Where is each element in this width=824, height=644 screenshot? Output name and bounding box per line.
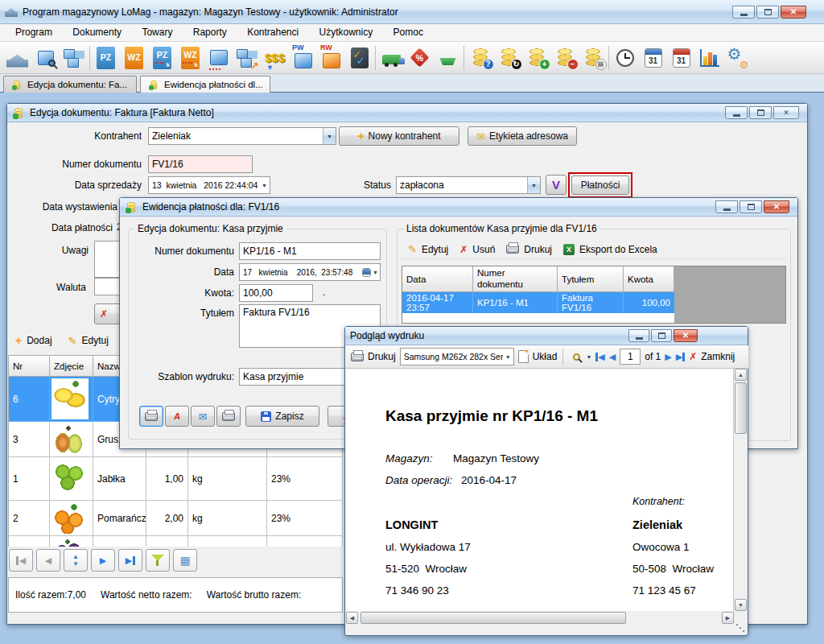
data-sprzedazy-picker[interactable]: 13 kwietnia 2016 22:44:04▼	[148, 176, 270, 194]
resize-grip[interactable]	[735, 622, 746, 634]
pz-correction-icon[interactable]: PZk	[148, 43, 176, 72]
prices-icon[interactable]: $$$	[261, 43, 289, 72]
inventory-icon[interactable]	[345, 43, 373, 72]
payments-remove-icon[interactable]: −	[550, 43, 579, 72]
payments-add-icon[interactable]: +	[522, 43, 550, 72]
warehouse-icon[interactable]	[3, 43, 31, 72]
discounts-icon[interactable]: %	[406, 43, 434, 72]
v-button[interactable]: V	[546, 175, 566, 195]
uklad-button[interactable]: Układ	[533, 351, 558, 362]
payments-query-icon[interactable]: ?	[466, 43, 494, 72]
payments-refresh-icon[interactable]: ↻	[494, 43, 522, 72]
list-edytuj-button[interactable]: Edytuj	[422, 244, 448, 255]
menu-raporty[interactable]: Raporty	[184, 24, 236, 40]
goods-shift-icon[interactable]: ↗	[233, 43, 261, 72]
last-page-button[interactable]: ▶	[676, 352, 685, 362]
menu-pomoc[interactable]: Pomoc	[385, 24, 432, 40]
tab-ewidencja-platnosci[interactable]: Ewidencja płatności dl...	[140, 76, 270, 93]
scroll-up-button[interactable]: ▲	[735, 369, 747, 381]
tab-edycja-dokumentu[interactable]: Edycja dokumentu: Fa...	[3, 76, 137, 93]
minimize-button[interactable]	[732, 6, 755, 19]
status-combobox[interactable]: zapłacona▼	[396, 176, 541, 194]
history-clock-icon[interactable]	[611, 43, 639, 72]
col-kwota[interactable]: Kwota	[624, 266, 674, 292]
doc-minimize-button[interactable]	[725, 106, 748, 119]
nowy-kontrahent-button[interactable]: +Nowy kontrahent	[339, 126, 459, 146]
list-usun-button[interactable]: Usuń	[472, 244, 495, 255]
vscroll-thumb[interactable]	[735, 382, 747, 434]
col-tytulem[interactable]: Tytułem	[558, 266, 624, 292]
hscroll-thumb[interactable]	[360, 612, 626, 624]
search-goods-icon[interactable]	[31, 43, 60, 72]
preview-vscrollbar[interactable]: ▲ ▼	[734, 369, 748, 611]
rw-issue-icon[interactable]: RW	[317, 43, 345, 72]
table-row[interactable]: 2 Pomarańcze 2,00 kg 23%	[9, 501, 343, 536]
next-page-button[interactable]: ▶	[665, 352, 671, 362]
chevron-down-icon[interactable]: ▼	[259, 183, 270, 188]
menu-program[interactable]: Program	[6, 24, 61, 40]
close-button[interactable]: ✕	[781, 6, 806, 19]
etykieta-adresowa-button[interactable]: ✉Etykieta adresowa	[468, 126, 577, 146]
menu-kontrahenci[interactable]: Kontrahenci	[238, 24, 307, 40]
payment-row[interactable]: 2016-04-17 23:57 KP1/16 - M1 Faktura FV1…	[402, 292, 674, 313]
payment-minimize-button[interactable]	[715, 200, 738, 213]
kp-data-picker[interactable]: 17 kwietnia 2016, 23:57:48 ▼	[239, 263, 381, 281]
wz-correction-icon[interactable]: WZk	[176, 43, 204, 72]
page-number-field[interactable]: 1	[620, 349, 641, 365]
wz-document-icon[interactable]: WZ	[120, 43, 148, 72]
first-row-button[interactable]: ◀	[9, 549, 33, 572]
zoom-dropdown[interactable]: ▼	[586, 354, 591, 360]
maximize-button[interactable]	[756, 6, 779, 19]
preview-maximize-button[interactable]	[651, 329, 672, 342]
doc-close-button[interactable]: ✕	[773, 106, 799, 119]
doc-maximize-button[interactable]	[749, 106, 772, 119]
col-zdjecie[interactable]: Zdjęcie	[50, 356, 93, 377]
scroll-left-button[interactable]: ◀	[346, 612, 358, 624]
calendar-red-icon[interactable]: 31	[667, 43, 695, 72]
print-button[interactable]	[139, 406, 163, 427]
menu-towary[interactable]: Towary	[133, 24, 181, 40]
print-settings-button[interactable]	[216, 406, 241, 427]
pdf-button[interactable]: A	[165, 406, 189, 427]
payments-document-icon[interactable]: ▤	[579, 43, 607, 72]
pz-document-icon[interactable]: PZ	[92, 43, 120, 72]
chevron-down-icon[interactable]: ▼	[527, 177, 540, 193]
col-numer[interactable]: Numer dokumentu	[473, 266, 558, 292]
scroll-down-button[interactable]: ▼	[735, 599, 747, 611]
scroll-right-button[interactable]: ▶	[722, 612, 734, 624]
preview-drukuj-button[interactable]: Drukuj	[368, 351, 396, 362]
preview-minimize-button[interactable]	[628, 329, 649, 342]
chevron-down-icon[interactable]: ▼	[373, 270, 378, 275]
prev-row-button[interactable]: ◀	[36, 549, 60, 572]
preview-hscrollbar[interactable]: ◀ ▶	[346, 611, 734, 625]
col-nr[interactable]: Nr	[9, 356, 50, 377]
move-row-button[interactable]: ▲▼	[64, 549, 88, 572]
pw-receipt-icon[interactable]: PW	[289, 43, 317, 72]
kp-numer-field[interactable]: KP1/16 - M1	[239, 242, 381, 260]
numer-dokumentu-field[interactable]: FV1/16	[148, 155, 253, 173]
goods-icon[interactable]	[60, 43, 88, 72]
dodaj-button[interactable]: Dodaj	[27, 335, 52, 346]
grid-settings-button[interactable]: ▦	[173, 549, 197, 572]
orders-cart-icon[interactable]	[434, 43, 462, 72]
prev-page-button[interactable]: ◀	[609, 352, 616, 362]
last-row-button[interactable]: ▶	[118, 549, 142, 572]
payment-close-button[interactable]: ✕	[764, 200, 789, 213]
table-row[interactable]: 1 Jabłka 1,00 kg 23%	[9, 457, 343, 501]
table-row[interactable]: 5 Śliwki 1,00 kg 23%	[9, 536, 343, 547]
list-eksport-button[interactable]: Eksport do Excela	[579, 244, 657, 255]
edytuj-button[interactable]: Edytuj	[81, 335, 108, 346]
filter-button[interactable]	[146, 549, 170, 572]
statistics-icon[interactable]	[695, 43, 723, 72]
mm-transfer-icon[interactable]	[204, 43, 233, 72]
zoom-button[interactable]	[569, 351, 582, 362]
menu-dokumenty[interactable]: Dokumenty	[64, 24, 130, 40]
email-button[interactable]: ✉	[191, 406, 215, 427]
zapisz-button[interactable]: Zapisz	[245, 406, 319, 427]
chevron-down-icon[interactable]: ▼	[503, 354, 513, 360]
chevron-down-icon[interactable]: ▼	[323, 128, 336, 144]
zamknij-button[interactable]: Zamknij	[701, 351, 735, 362]
col-data[interactable]: Data	[402, 266, 473, 292]
calendar-icon[interactable]	[362, 268, 371, 277]
menu-uzytkownicy[interactable]: Użytkownicy	[311, 24, 382, 40]
